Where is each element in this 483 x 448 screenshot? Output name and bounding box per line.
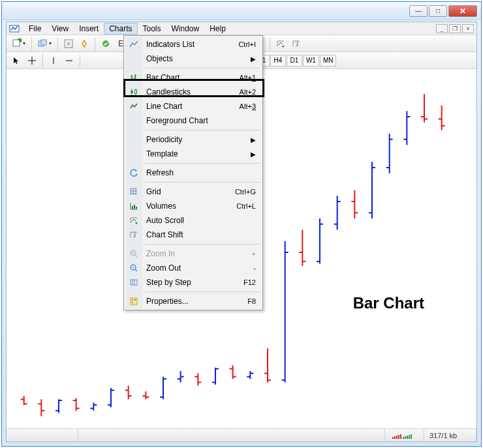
window-minimize-button[interactable]: — (409, 5, 428, 17)
status-kb: 317/1 kb (424, 429, 476, 441)
menu-file[interactable]: File (23, 23, 46, 35)
menu-bar-chart[interactable]: Bar ChartAlt+1 (125, 70, 261, 85)
tf-mn[interactable]: MN (320, 55, 337, 67)
client-area: File View Insert Charts Tools Window Hel… (6, 22, 477, 442)
titlebar: — □ ✕ (2, 2, 481, 20)
line-chart-icon (129, 101, 139, 112)
indicators-icon (129, 39, 139, 50)
menu-step-by-step[interactable]: Step by StepF12 (125, 275, 261, 290)
svg-rect-131 (136, 207, 137, 209)
tf-w1[interactable]: W1 (303, 55, 319, 67)
svg-rect-140 (131, 280, 137, 285)
window-close-button[interactable]: ✕ (448, 5, 477, 17)
menu-chart-shift[interactable]: Chart Shift (125, 228, 261, 242)
svg-rect-126 (135, 90, 137, 93)
mdi-restore-button[interactable]: ❐ (449, 24, 461, 33)
menu-charts[interactable]: Charts (104, 23, 137, 35)
menu-window[interactable]: Window (166, 23, 205, 35)
svg-line-134 (135, 255, 137, 257)
status-bar: 317/1 kb (7, 428, 476, 441)
zoom-in-icon (129, 248, 139, 259)
vline-button[interactable] (46, 53, 61, 68)
menu-insert[interactable]: Insert (74, 23, 104, 35)
menu-view[interactable]: View (46, 23, 74, 35)
menu-volumes[interactable]: VolumesCtrl+L (125, 199, 261, 213)
menu-periodicity[interactable]: Periodicity▶ (125, 132, 261, 147)
cursor-button[interactable] (9, 53, 23, 68)
chart-shift-button[interactable] (289, 37, 304, 51)
navigator-button[interactable] (77, 37, 91, 51)
auto-scroll-button[interactable] (273, 37, 288, 51)
volumes-icon (129, 201, 139, 211)
menu-autoscroll[interactable]: Auto Scroll (125, 213, 261, 228)
menu-objects[interactable]: Objects▶ (125, 52, 261, 66)
autoscroll-icon (129, 215, 139, 226)
svg-rect-130 (134, 205, 135, 209)
grid-icon (129, 187, 139, 197)
svg-rect-124 (131, 91, 133, 93)
charts-dropdown: Indicators ListCtrl+I Objects▶ Bar Chart… (123, 35, 263, 310)
candles-icon (129, 87, 139, 97)
menu-candlesticks[interactable]: CandlesticksAlt+2 (125, 85, 261, 99)
hline-button[interactable] (62, 53, 76, 68)
menu-refresh[interactable]: Refresh (125, 166, 261, 180)
svg-rect-129 (132, 206, 133, 209)
app-window: — □ ✕ File View Insert Charts Tools Wind… (1, 1, 482, 447)
svg-rect-5 (41, 40, 46, 45)
tf-h4[interactable]: H4 (270, 55, 286, 67)
menu-zoom-out[interactable]: Zoom Out- (125, 261, 261, 275)
menu-line-chart[interactable]: Line ChartAlt+3 (125, 99, 261, 113)
menu-indicators-list[interactable]: Indicators ListCtrl+I (125, 37, 261, 52)
mdi-close-button[interactable]: × (462, 24, 474, 33)
properties-icon (129, 296, 139, 306)
tf-d1[interactable]: D1 (287, 55, 302, 67)
profiles-button[interactable]: ▾ (35, 37, 54, 51)
svg-rect-1 (13, 40, 20, 46)
chart-annotation: Bar Chart (353, 294, 424, 312)
menu-help[interactable]: Help (204, 23, 231, 35)
svg-line-138 (135, 269, 137, 271)
refresh-icon (129, 168, 139, 178)
svg-point-144 (132, 299, 133, 301)
svg-point-145 (134, 299, 136, 301)
menu-tools[interactable]: Tools (138, 23, 166, 35)
svg-rect-143 (131, 298, 137, 305)
menu-template[interactable]: Template▶ (125, 147, 261, 161)
connection-icon (385, 429, 424, 441)
menu-zoom-in: Zoom In+ (125, 246, 261, 261)
app-icon (9, 23, 20, 34)
svg-point-146 (132, 302, 133, 303)
mdi-buttons: _ ❐ × (436, 24, 476, 33)
mdi-minimize-button[interactable]: _ (436, 24, 448, 33)
expert-advisors-toggle[interactable] (99, 37, 113, 51)
chart-shift-icon (129, 230, 139, 240)
menu-properties[interactable]: Properties...F8 (125, 294, 261, 308)
menubar: File View Insert Charts Tools Window Hel… (7, 22, 476, 35)
new-chart-button[interactable]: ▾ (9, 37, 28, 51)
window-maximize-button[interactable]: □ (429, 5, 447, 17)
step-icon (129, 277, 139, 288)
crosshair-button[interactable] (25, 53, 39, 68)
market-watch-button[interactable] (61, 37, 76, 51)
menu-grid[interactable]: GridCtrl+G (125, 185, 261, 199)
bar-chart-icon (129, 72, 139, 83)
zoom-out-icon (129, 263, 139, 273)
menu-foreground-chart[interactable]: Foreground Chart (125, 113, 261, 128)
